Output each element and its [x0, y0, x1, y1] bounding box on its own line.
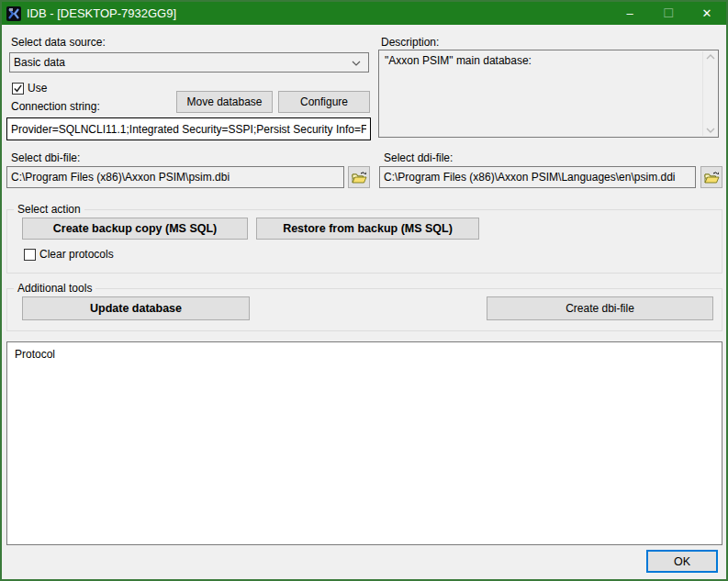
description-label: Description:: [381, 36, 439, 49]
select-action-group-label: Select action: [14, 203, 84, 216]
open-folder-icon: [704, 171, 720, 184]
window-title: IDB - [DESKTOP-7932GG9]: [27, 6, 176, 20]
maximize-button[interactable]: ☐: [649, 2, 688, 25]
data-source-combobox[interactable]: Basic data: [9, 52, 369, 73]
description-text: "Axxon PSIM" main database:: [385, 54, 532, 67]
create-dbi-file-button[interactable]: Create dbi-file: [487, 296, 713, 320]
protocol-text: Protocol: [15, 348, 55, 361]
dbi-file-input[interactable]: [6, 166, 344, 188]
dbi-file-label: Select dbi-file:: [11, 151, 80, 164]
restore-backup-button[interactable]: Restore from backup (MS SQL): [256, 218, 479, 240]
ddi-browse-button[interactable]: [700, 166, 722, 188]
titlebar: IDB - [DESKTOP-7932GG9] – ☐ ✕: [2, 2, 726, 25]
scroll-down-icon[interactable]: [706, 128, 715, 133]
connection-string-label: Connection string:: [11, 100, 100, 113]
minimize-button[interactable]: –: [610, 2, 649, 25]
use-checkbox[interactable]: Use: [12, 82, 47, 95]
data-source-label: Select data source:: [11, 36, 106, 49]
description-scrollbar[interactable]: [702, 51, 717, 136]
app-icon: [6, 6, 21, 21]
description-textarea[interactable]: "Axxon PSIM" main database:: [378, 50, 719, 138]
checkbox-box: [24, 249, 36, 261]
scroll-up-icon[interactable]: [706, 54, 715, 60]
window-controls: – ☐ ✕: [610, 2, 726, 25]
ddi-file-input[interactable]: [379, 166, 696, 188]
use-checkbox-label: Use: [28, 82, 47, 95]
clear-protocols-label: Clear protocols: [39, 248, 114, 261]
idb-dialog-window: IDB - [DESKTOP-7932GG9] – ☐ ✕ Select dat…: [0, 0, 728, 581]
update-database-button[interactable]: Update database: [22, 296, 250, 320]
dbi-browse-button[interactable]: [348, 166, 370, 188]
protocol-output[interactable]: Protocol: [6, 341, 722, 545]
chevron-down-icon: [352, 56, 361, 69]
configure-button[interactable]: Configure: [278, 91, 370, 113]
additional-tools-group-label: Additional tools: [14, 282, 95, 295]
ddi-file-label: Select ddi-file:: [384, 151, 453, 164]
create-backup-button[interactable]: Create backup copy (MS SQL): [22, 218, 248, 240]
clear-protocols-checkbox[interactable]: Clear protocols: [24, 248, 114, 261]
open-folder-icon: [352, 171, 367, 184]
checkbox-box: [12, 83, 24, 95]
move-database-button[interactable]: Move database: [176, 91, 273, 113]
close-button[interactable]: ✕: [688, 2, 726, 25]
data-source-value: Basic data: [14, 56, 65, 69]
connection-string-input[interactable]: [6, 117, 371, 140]
ok-button[interactable]: OK: [646, 550, 718, 573]
